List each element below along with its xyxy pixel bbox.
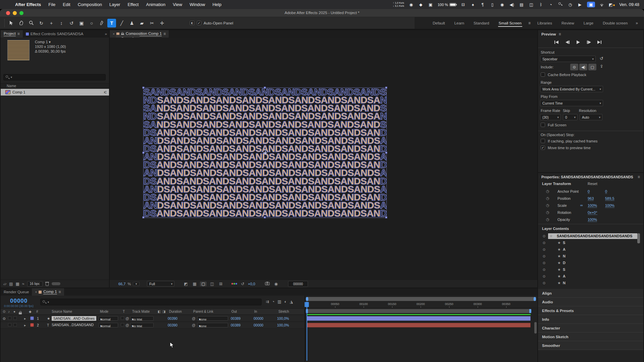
transform-value[interactable]: 963 (588, 196, 594, 201)
transform-value[interactable]: 100% (588, 203, 597, 208)
play-circle-icon[interactable]: ◉ (499, 2, 505, 7)
dolly-camera-tool[interactable]: ↕ (57, 19, 66, 27)
composition-canvas[interactable]: SANDSANDSANDSANDSANDSANDSANDSANDSANDSAND… (110, 38, 537, 280)
label-column-icon[interactable]: ◆ (29, 310, 32, 313)
clone-stamp-tool[interactable]: ♟ (127, 19, 136, 27)
properties-panel-header[interactable]: Properties: SANDSANDSANDSANDSANDSANDSAND… (538, 174, 643, 180)
resolution-preview-dropdown[interactable]: Auto▾ (580, 114, 602, 120)
selection-handle[interactable] (385, 152, 387, 154)
track-matte-dropdown[interactable]: No Mat▾ (130, 323, 154, 327)
menu-edit[interactable]: Edit (59, 2, 74, 7)
layer-contents-item[interactable]: ⊙★S (540, 266, 637, 273)
fast-preview-icon[interactable]: ◩ (182, 282, 189, 286)
panel-menu-icon[interactable]: ≡ (638, 175, 640, 179)
work-area-bar[interactable] (306, 309, 531, 313)
dropbox-icon[interactable]: ◆ (418, 2, 424, 7)
creative-cloud-icon[interactable]: ◉ (409, 2, 414, 7)
selection-handle[interactable] (264, 216, 266, 219)
timeline-time-area[interactable]: 00050001000015000200002500030000350 (305, 296, 537, 362)
menu-help[interactable]: Help (209, 2, 225, 7)
display-icon[interactable]: ⊟ (461, 2, 466, 7)
project-name-column-header[interactable]: Name (1, 83, 109, 88)
reset-exposure-icon[interactable]: ↺ (239, 282, 246, 286)
stopwatch-icon[interactable]: ◷ (546, 217, 549, 222)
previous-frame-button[interactable] (564, 39, 572, 46)
flowchart-icon[interactable]: ⑆ (104, 90, 106, 94)
panel-menu-icon[interactable]: ≡ (163, 32, 166, 36)
video-column-icon[interactable]: ⊙ (3, 310, 5, 313)
layer-contents-item[interactable]: ⊙★A (540, 246, 637, 253)
layer-anchor-point[interactable] (263, 151, 267, 155)
exposure-value[interactable]: +0,0 (248, 282, 255, 286)
puppet-pin-tool[interactable]: ✛ (158, 19, 166, 27)
layer-label-chip[interactable] (30, 316, 34, 320)
tab-timeline-comp[interactable]: × Comp 1 ≡ (32, 288, 64, 296)
magnification-dropdown-icon[interactable]: ▾ (133, 282, 140, 286)
workspace-libraries[interactable]: Libraries (533, 20, 557, 26)
interpret-footage-icon[interactable]: ▱ (3, 282, 6, 286)
tab-project[interactable]: Project ≡ (1, 30, 23, 38)
layer-in-value[interactable]: 00000 (254, 316, 263, 320)
selection-handle[interactable] (385, 86, 387, 89)
full-screen-checkbox[interactable] (541, 123, 545, 127)
play-button[interactable] (574, 39, 582, 46)
graph-editor-icon[interactable]: ◮ (290, 299, 293, 304)
transform-value[interactable]: 589,5 (605, 196, 614, 201)
stopwatch-icon[interactable]: ◷ (546, 196, 549, 200)
transform-value[interactable]: 0 (588, 189, 590, 194)
layer-in-value[interactable]: 00000 (254, 323, 263, 327)
skip-dropdown[interactable]: 0▾ (563, 114, 578, 120)
preserve-transparency-toggle[interactable] (121, 323, 124, 326)
rotation-tool[interactable]: ↺ (67, 19, 76, 27)
magnification-value[interactable]: 66,7 (118, 282, 125, 286)
visibility-eye-icon[interactable]: ⊙ (540, 234, 548, 238)
visibility-eye-icon[interactable]: ⊙ (540, 241, 548, 245)
show-channel-icon[interactable] (231, 283, 237, 285)
panel-tab-align[interactable]: Align (538, 289, 643, 298)
playhead-line[interactable] (307, 302, 307, 361)
panel-menu-icon[interactable]: ≡ (17, 32, 20, 36)
close-tab-icon[interactable]: × (35, 290, 37, 294)
menu-after-effects[interactable]: After Effects (11, 2, 45, 7)
brush-tool[interactable]: ╱ (117, 19, 126, 27)
time-navigator-bar[interactable] (306, 297, 536, 301)
layer-duration-bar-2[interactable] (307, 323, 531, 327)
layer-contents-item[interactable]: ⊙★D (540, 259, 637, 266)
orbit-camera-tool[interactable]: ↻ (37, 19, 46, 27)
menu-clock[interactable]: Ven. 09:48 (619, 2, 639, 7)
layer-contents-item-selected[interactable]: ⊙★SANDSANDSANDSANDSANDSANDSANDS (540, 233, 637, 239)
layer-out-value[interactable]: 00389 (231, 323, 240, 327)
battery-indicator[interactable]: 100 % (438, 3, 456, 7)
menu-effect[interactable]: Effect (124, 2, 142, 7)
layer-row-2[interactable]: ▸2TSANDSAN...DSANDSANDNormal▾@No Mat▾003… (1, 322, 304, 328)
toolbar-grip[interactable] (1, 19, 5, 27)
composition-mini-flowchart-icon[interactable]: ⇉ (266, 299, 269, 304)
menu-animation[interactable]: Animation (142, 2, 169, 7)
transform-value[interactable]: 0x+0° (588, 210, 597, 215)
snapshot-camera-icon[interactable] (264, 282, 271, 286)
layer-audio-toggle[interactable] (8, 323, 11, 326)
panel-tab-effects-presets[interactable]: Effects & Presets (538, 306, 643, 315)
user-icon[interactable]: ◔ (548, 2, 553, 7)
frame-rate-dropdown[interactable]: (30)▾ (540, 114, 561, 120)
workspace-learn[interactable]: Learn (449, 20, 469, 26)
layer-label-chip[interactable] (30, 323, 34, 327)
transform-value[interactable]: 0 (605, 189, 607, 194)
layer-duration-value[interactable]: 00390 (168, 323, 177, 327)
camera-tool[interactable]: ▣ (77, 19, 86, 27)
motion-blur-icon[interactable]: ◐ (284, 299, 287, 304)
track-matte-dropdown[interactable]: No Mat▾ (130, 316, 154, 321)
layer-mode-dropdown[interactable]: Normal▾ (99, 316, 118, 321)
layer-duration-value[interactable]: 00390 (168, 316, 177, 320)
layer-lock-toggle[interactable] (13, 323, 17, 326)
workspace-default[interactable]: Default (428, 20, 449, 26)
matte-pick-whip-icon[interactable]: @ (125, 316, 129, 320)
panel-tab-character[interactable]: Character (538, 324, 643, 333)
panel-tab-motion-sketch[interactable]: Motion Sketch (538, 333, 643, 341)
playhead-marker[interactable] (305, 302, 309, 307)
workspace-review[interactable]: Review (557, 20, 579, 26)
panel-menu-icon[interactable]: ≡ (558, 32, 561, 37)
keyboard-icon[interactable]: ▤ (519, 2, 524, 7)
project-item-row[interactable]: Comp 1 ⑆ (1, 89, 109, 96)
first-frame-button[interactable] (553, 39, 561, 46)
